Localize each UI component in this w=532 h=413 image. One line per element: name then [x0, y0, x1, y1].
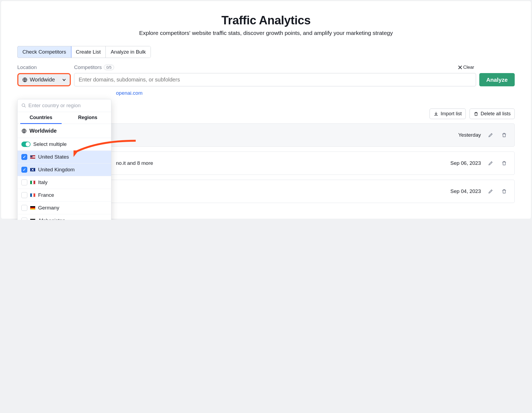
flag-icon — [30, 219, 35, 220]
download-icon — [434, 112, 438, 116]
dropdown-tabs: Countries Regions — [18, 112, 111, 124]
page-subtitle: Explore competitors' website traffic sta… — [17, 30, 515, 36]
globe-icon — [22, 77, 28, 83]
import-list-label: Import list — [441, 111, 462, 117]
example-row: openai.com — [116, 90, 515, 96]
location-dropdown: Enter country or region Countries Region… — [17, 99, 111, 220]
country-name: United Kingdom — [38, 167, 75, 173]
delete-button[interactable] — [500, 159, 508, 167]
flag-icon — [30, 155, 35, 159]
example-link-openai[interactable]: openai.com — [116, 90, 142, 96]
delete-button[interactable] — [500, 188, 508, 195]
edit-button[interactable] — [487, 159, 494, 167]
analyze-button[interactable]: Analyze — [479, 73, 515, 86]
option-worldwide[interactable]: Worldwide — [18, 124, 111, 138]
chevron-down-icon — [62, 78, 66, 82]
country-name: Afghanistan — [38, 218, 65, 220]
list-meta: Sep 04, 2023 — [450, 188, 508, 195]
country-name: France — [38, 192, 54, 198]
field-labels: Location Competitors 0/5 Clear — [17, 64, 515, 70]
clear-button[interactable]: Clear — [458, 65, 474, 70]
edit-button[interactable] — [487, 188, 494, 195]
checkbox[interactable]: ✓ — [21, 154, 27, 160]
close-icon — [458, 65, 462, 69]
select-multiple-toggle[interactable]: Select multiple — [18, 138, 111, 151]
delete-all-label: Delete all lists — [481, 111, 511, 117]
checkbox[interactable] — [21, 205, 27, 211]
input-row: Worldwide Analyze — [17, 73, 515, 86]
location-label: Location — [17, 64, 69, 70]
list-meta: Sep 06, 2023 — [450, 159, 508, 167]
country-name: Germany — [38, 205, 59, 211]
mode-tabs: Check Competitors Create List Analyze in… — [17, 46, 151, 58]
tab-regions[interactable]: Regions — [64, 112, 111, 124]
select-multiple-label: Select multiple — [33, 141, 67, 147]
tab-create-list[interactable]: Create List — [71, 46, 106, 58]
competitors-label: Competitors 0/5 — [74, 64, 453, 70]
edit-button[interactable] — [487, 131, 494, 139]
country-option[interactable]: ✓United States — [18, 151, 111, 163]
tab-check-competitors[interactable]: Check Competitors — [17, 46, 71, 58]
country-option[interactable]: ✓United Kingdom — [18, 163, 111, 176]
tab-countries[interactable]: Countries — [18, 112, 64, 124]
country-list[interactable]: ✓United States✓United KingdomItalyFrance… — [18, 151, 111, 220]
clear-label: Clear — [463, 65, 474, 70]
trash-icon — [474, 112, 478, 116]
checkbox[interactable]: ✓ — [21, 167, 27, 173]
checkbox[interactable] — [21, 218, 27, 220]
competitors-label-text: Competitors — [74, 64, 102, 70]
country-option[interactable]: Afghanistan — [18, 214, 111, 220]
country-option[interactable]: Italy — [18, 176, 111, 189]
worldwide-label: Worldwide — [29, 128, 57, 134]
tab-analyze-bulk[interactable]: Analyze in Bulk — [106, 46, 151, 58]
list-date: Sep 04, 2023 — [450, 188, 481, 194]
competitors-counter: 0/5 — [104, 65, 114, 70]
checkbox[interactable] — [21, 192, 27, 198]
flag-icon — [30, 193, 35, 197]
list-date: Yesterday — [458, 132, 481, 138]
list-date: Sep 06, 2023 — [450, 160, 481, 166]
list-extra: no.it and 8 more — [116, 160, 153, 166]
toggle-icon — [21, 142, 31, 147]
page: Traffic Analytics Explore competitors' w… — [1, 1, 531, 219]
country-search[interactable]: Enter country or region — [18, 99, 111, 112]
flag-icon — [30, 181, 35, 184]
flag-icon — [30, 168, 35, 172]
list-meta: Yesterday — [458, 131, 508, 139]
country-name: United States — [38, 154, 69, 160]
search-icon — [21, 103, 26, 108]
page-title: Traffic Analytics — [17, 14, 515, 27]
globe-icon — [21, 128, 27, 134]
delete-all-lists-button[interactable]: Delete all lists — [470, 109, 515, 119]
location-dropdown-button[interactable]: Worldwide — [17, 73, 71, 86]
country-search-placeholder: Enter country or region — [28, 103, 81, 109]
country-option[interactable]: France — [18, 189, 111, 202]
flag-icon — [30, 206, 35, 210]
country-name: Italy — [38, 179, 48, 185]
delete-button[interactable] — [500, 131, 508, 139]
competitors-input[interactable] — [74, 73, 476, 86]
location-value: Worldwide — [30, 77, 55, 83]
checkbox[interactable] — [21, 179, 27, 185]
import-list-button[interactable]: Import list — [430, 109, 466, 119]
country-option[interactable]: Germany — [18, 202, 111, 214]
svg-point-1 — [22, 104, 25, 107]
